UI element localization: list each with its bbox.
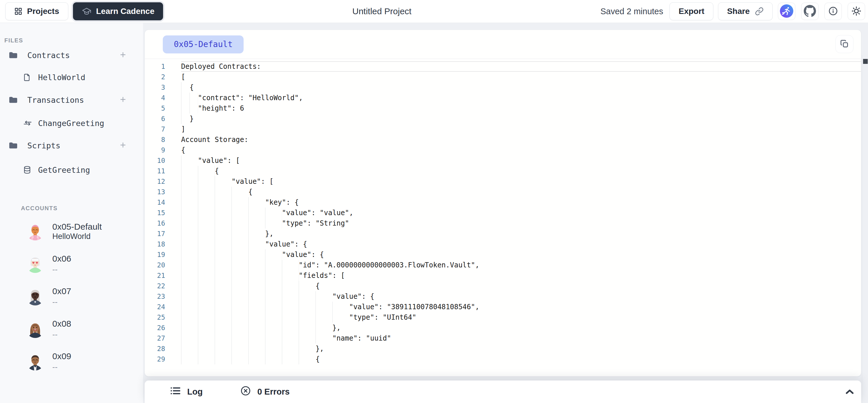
code-line-3[interactable]: 3{ — [145, 82, 861, 93]
line-number: 6 — [145, 113, 181, 124]
folder-contracts[interactable]: Contracts — [0, 46, 143, 64]
folder-icon — [9, 142, 18, 149]
folder-scripts[interactable]: Scripts — [0, 136, 143, 155]
line-number: 9 — [145, 145, 181, 155]
indent-guides — [181, 302, 349, 312]
code-line-15[interactable]: 15"value": "value", — [145, 208, 861, 218]
code-text: "id": "A.0000000000000003.FlowToken.Vaul… — [299, 261, 479, 269]
code-line-8[interactable]: 8Account Storage: — [145, 134, 861, 145]
add-contracts-button[interactable] — [119, 51, 127, 60]
code-line-5[interactable]: 5"height": 6 — [145, 103, 861, 113]
line-number: 13 — [145, 187, 181, 197]
account-0x09[interactable]: 0x09 -- — [0, 348, 143, 375]
code-line-25[interactable]: 25"type": "UInt64" — [145, 312, 861, 323]
log-tab[interactable]: Log — [170, 387, 203, 397]
indent-guides — [181, 82, 189, 93]
add-transactions-button[interactable] — [119, 96, 127, 104]
export-button[interactable]: Export — [670, 2, 713, 20]
error-circle-icon — [240, 385, 251, 398]
code-line-24[interactable]: 24"value": "3891110078048108546", — [145, 302, 861, 312]
avatar — [26, 352, 44, 370]
code-text: Deployed Contracts: — [181, 62, 261, 71]
learn-cadence-label: Learn Cadence — [96, 7, 155, 16]
account-0x08[interactable]: 0x08 -- — [0, 315, 143, 342]
files-list: Contracts HelloWorld Transactions Change… — [0, 46, 143, 179]
code-line-9[interactable]: 9{ — [145, 145, 861, 155]
code-line-26[interactable]: 26}, — [145, 323, 861, 333]
code-line-16[interactable]: 16"type": "String" — [145, 218, 861, 229]
file-getgreeting[interactable]: GetGreeting — [0, 161, 143, 179]
tab-0x05-default[interactable]: 0x05-Default — [163, 35, 244, 54]
line-number: 4 — [145, 93, 181, 103]
indent-guides — [181, 208, 282, 218]
indent-guides — [181, 187, 248, 197]
code-line-20[interactable]: 20"id": "A.0000000000000003.FlowToken.Va… — [145, 260, 861, 270]
code-text: "name": "uuid" — [332, 334, 391, 342]
code-line-18[interactable]: 18"value": { — [145, 239, 861, 249]
github-icon — [804, 5, 816, 18]
code-line-1[interactable]: 1Deployed Contracts: — [145, 61, 861, 72]
code-line-2[interactable]: 2[ — [145, 72, 861, 82]
indent-guides — [181, 260, 299, 270]
code-line-22[interactable]: 22{ — [145, 281, 861, 291]
account-address: 0x08 — [52, 319, 71, 329]
code-text: }, — [332, 324, 341, 332]
learn-cadence-button[interactable]: Learn Cadence — [73, 2, 163, 20]
copy-button[interactable] — [835, 35, 854, 53]
line-content: "id": "A.0000000000000003.FlowToken.Vaul… — [181, 260, 861, 270]
theme-toggle-button[interactable] — [848, 3, 865, 20]
code-line-11[interactable]: 11{ — [145, 166, 861, 176]
indent-guides — [181, 218, 282, 229]
code-line-4[interactable]: 4"contract": "HelloWorld", — [145, 93, 861, 103]
code-line-14[interactable]: 14"key": { — [145, 197, 861, 208]
indent-guides — [181, 113, 189, 124]
editor-panel: 0x05-Default 1Deployed Contracts:2[3{4"c… — [145, 30, 861, 377]
code-line-19[interactable]: 19"value": { — [145, 249, 861, 260]
add-scripts-button[interactable] — [119, 141, 127, 150]
line-content: Deployed Contracts: — [181, 61, 861, 72]
code-line-29[interactable]: 29{ — [145, 354, 861, 364]
line-number: 27 — [145, 333, 181, 343]
account-deployed: -- — [52, 330, 71, 339]
code-line-10[interactable]: 10"value": [ — [145, 155, 861, 166]
share-button[interactable]: Share — [718, 2, 773, 20]
line-number: 5 — [145, 103, 181, 113]
code-line-28[interactable]: 28}, — [145, 343, 861, 354]
line-content: "value": { — [181, 291, 861, 302]
code-line-7[interactable]: 7] — [145, 124, 861, 134]
indent-guides — [181, 103, 198, 113]
file-changegreeting[interactable]: ChangeGreeting — [0, 114, 143, 132]
file-helloworld[interactable]: HelloWorld — [0, 68, 143, 86]
code-line-17[interactable]: 17}, — [145, 229, 861, 239]
indent-guides — [181, 239, 265, 249]
expand-log-button[interactable] — [845, 389, 854, 396]
account-0x06[interactable]: ♥ ♥ 0x06 -- — [0, 250, 143, 277]
code-text: "value": { — [265, 240, 307, 248]
toolbar-right: Saved 2 minutes Export Share — [600, 2, 865, 20]
account-0x07[interactable]: 0x07 -- — [0, 283, 143, 310]
code-text: "type": "UInt64" — [349, 313, 416, 322]
projects-button[interactable]: Projects — [5, 2, 68, 20]
accounts-heading: ACCOUNTS — [21, 205, 58, 212]
code-line-12[interactable]: 12"value": [ — [145, 176, 861, 187]
code-line-13[interactable]: 13{ — [145, 187, 861, 197]
line-content: { — [181, 187, 861, 197]
info-icon — [828, 6, 838, 17]
log-list-icon — [170, 387, 181, 397]
line-number: 20 — [145, 260, 181, 270]
code-text: { — [189, 83, 194, 92]
flow-runner-button[interactable] — [778, 3, 795, 20]
folder-transactions[interactable]: Transactions — [0, 91, 143, 109]
scrollbar-thumb[interactable] — [863, 59, 868, 64]
account-deployed: -- — [52, 297, 71, 307]
code-line-6[interactable]: 6} — [145, 113, 861, 124]
github-button[interactable] — [801, 3, 818, 20]
code-line-23[interactable]: 23"value": { — [145, 291, 861, 302]
code-line-21[interactable]: 21"fields": [ — [145, 270, 861, 281]
info-button[interactable] — [825, 3, 842, 20]
errors-tab[interactable]: 0 Errors — [240, 385, 289, 398]
account-0x05-Default[interactable]: 0x05-Default HelloWorld — [0, 218, 143, 245]
code-line-27[interactable]: 27"name": "uuid" — [145, 333, 861, 343]
plus-icon — [119, 51, 127, 60]
code-text: "value": "3891110078048108546", — [349, 303, 479, 311]
